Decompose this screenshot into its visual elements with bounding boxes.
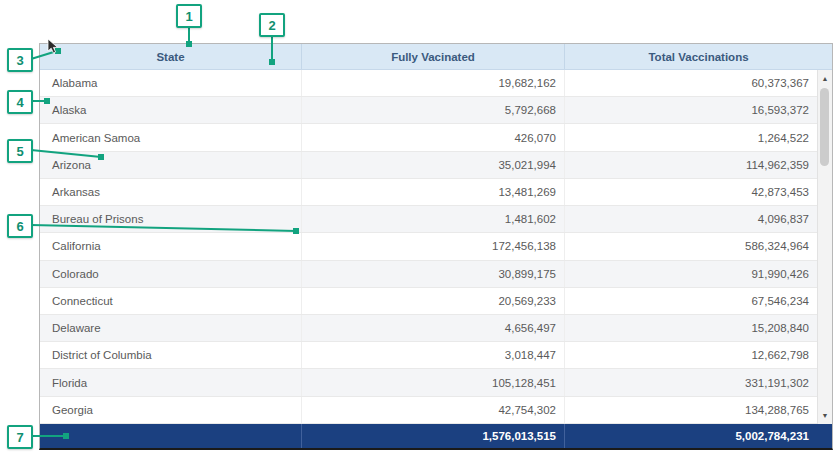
cell-total-vaccinations: 15,208,840 <box>565 315 817 341</box>
cell-fully-vaccinated: 13,481,269 <box>302 179 565 205</box>
column-header-total-vaccinations[interactable]: Total Vaccinations <box>565 44 832 69</box>
cell-state: Arizona <box>40 152 302 178</box>
cell-fully-vaccinated: 42,754,302 <box>302 397 565 423</box>
column-header-state[interactable]: State <box>40 44 302 69</box>
cell-state: Bureau of Prisons <box>40 206 302 232</box>
cell-state: Florida <box>40 369 302 395</box>
table-row[interactable]: Colorado 30,899,175 91,990,426 <box>40 261 832 288</box>
cell-total-vaccinations: 91,990,426 <box>565 261 817 287</box>
table-row[interactable]: Arizona 35,021,994 114,962,359 <box>40 152 832 179</box>
cell-total-vaccinations: 1,264,522 <box>565 124 817 150</box>
callout-5: 5 <box>7 139 33 163</box>
scrollbar-up-icon[interactable]: ▲ <box>818 71 832 86</box>
cell-total-vaccinations: 60,373,367 <box>565 70 817 96</box>
table-row[interactable]: Bureau of Prisons 1,481,602 4,096,837 <box>40 206 832 233</box>
table-header-row: State Fully Vacinated Total Vaccinations <box>40 44 832 70</box>
table-row[interactable]: California 172,456,138 586,324,964 <box>40 233 832 260</box>
table-row[interactable]: American Samoa 426,070 1,264,522 <box>40 124 832 151</box>
cell-state: Connecticut <box>40 288 302 314</box>
cell-fully-vaccinated: 172,456,138 <box>302 233 565 259</box>
cell-state: District of Columbia <box>40 342 302 368</box>
cell-fully-vaccinated: 19,682,162 <box>302 70 565 96</box>
callout-4: 4 <box>7 90 33 114</box>
scrollbar-down-icon[interactable]: ▼ <box>818 408 832 423</box>
cell-total-vaccinations: 12,662,798 <box>565 342 817 368</box>
cell-total-vaccinations: 331,191,302 <box>565 369 817 395</box>
table-body: Alabama 19,682,162 60,373,367 Alaska 5,7… <box>40 70 832 424</box>
cell-fully-vaccinated: 4,656,497 <box>302 315 565 341</box>
cell-total-vaccinations: 67,546,234 <box>565 288 817 314</box>
cell-total-vaccinations: 16,593,372 <box>565 97 817 123</box>
cell-fully-vaccinated: 3,018,447 <box>302 342 565 368</box>
cell-state: American Samoa <box>40 124 302 150</box>
table-row[interactable]: Alabama 19,682,162 60,373,367 <box>40 70 832 97</box>
cell-fully-vaccinated: 105,128,451 <box>302 369 565 395</box>
callout-6: 6 <box>7 214 33 238</box>
total-cell-total-vaccinations: 5,002,784,231 <box>565 424 832 448</box>
callout-3: 3 <box>7 48 33 72</box>
scrollbar-thumb[interactable] <box>820 88 829 166</box>
total-cell-state <box>40 424 302 448</box>
cell-state: Colorado <box>40 261 302 287</box>
callout-1: 1 <box>176 4 202 28</box>
cell-total-vaccinations: 134,288,765 <box>565 397 817 423</box>
callout-2: 2 <box>259 13 285 37</box>
cell-fully-vaccinated: 30,899,175 <box>302 261 565 287</box>
cell-total-vaccinations: 586,324,964 <box>565 233 817 259</box>
total-row: 1,576,013,515 5,002,784,231 <box>40 424 832 448</box>
cell-total-vaccinations: 114,962,359 <box>565 152 817 178</box>
cell-total-vaccinations: 4,096,837 <box>565 206 817 232</box>
cell-fully-vaccinated: 20,569,233 <box>302 288 565 314</box>
cell-state: Alaska <box>40 97 302 123</box>
table-row[interactable]: District of Columbia 3,018,447 12,662,79… <box>40 342 832 369</box>
cell-state: Delaware <box>40 315 302 341</box>
cell-fully-vaccinated: 35,021,994 <box>302 152 565 178</box>
table-row[interactable]: Arkansas 13,481,269 42,873,453 <box>40 179 832 206</box>
callout-7: 7 <box>7 425 33 449</box>
cell-state: Georgia <box>40 397 302 423</box>
cell-state: Arkansas <box>40 179 302 205</box>
total-cell-fully-vaccinated: 1,576,013,515 <box>302 424 565 448</box>
table-row[interactable]: Delaware 4,656,497 15,208,840 <box>40 315 832 342</box>
table-row[interactable]: Alaska 5,792,668 16,593,372 <box>40 97 832 124</box>
column-header-fully-vaccinated[interactable]: Fully Vacinated <box>302 44 565 69</box>
table-row[interactable]: Connecticut 20,569,233 67,546,234 <box>40 288 832 315</box>
cell-total-vaccinations: 42,873,453 <box>565 179 817 205</box>
table-row[interactable]: Florida 105,128,451 331,191,302 <box>40 369 832 396</box>
cell-fully-vaccinated: 426,070 <box>302 124 565 150</box>
cell-state: Alabama <box>40 70 302 96</box>
cell-fully-vaccinated: 1,481,602 <box>302 206 565 232</box>
cell-state: California <box>40 233 302 259</box>
list-table: State Fully Vacinated Total Vaccinations… <box>39 43 833 450</box>
screenshot-root: State Fully Vacinated Total Vaccinations… <box>0 0 833 453</box>
vertical-scrollbar[interactable]: ▲ ▼ <box>817 70 832 424</box>
cell-fully-vaccinated: 5,792,668 <box>302 97 565 123</box>
table-row[interactable]: Georgia 42,754,302 134,288,765 <box>40 397 832 424</box>
